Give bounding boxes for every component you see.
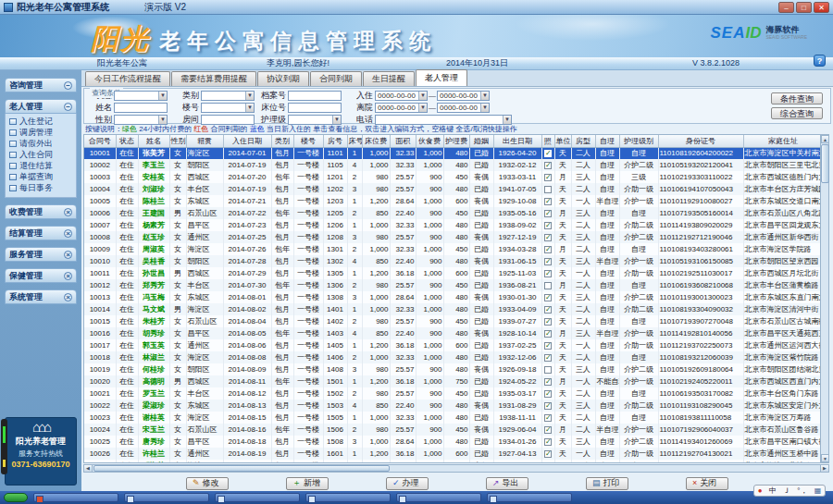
table-row[interactable]: 10012在住郑秀芳女丰台区2014-07-30包年一号楼1306298025.…: [84, 279, 820, 291]
table-row[interactable]: 10004在住刘淑珍女丰台区2014-07-19包月一号楼1202398025.…: [84, 183, 820, 195]
query-select[interactable]: ▼: [201, 91, 255, 101]
vertical-scrollbar[interactable]: ▲ ▼: [820, 135, 828, 462]
scroll-left-arrow-icon[interactable]: ◀: [84, 465, 93, 472]
close-button[interactable]: ×关闭: [686, 477, 728, 490]
query-select[interactable]: ▼: [288, 115, 342, 125]
sidebar-panel-header[interactable]: 保健管理×: [5, 268, 77, 283]
photo-checkbox[interactable]: [544, 210, 552, 217]
table-row[interactable]: 10005在住陈桂兰女东城区2014-07-21包月一号楼120311,2002…: [84, 195, 820, 207]
ime-toolbar[interactable]: ●中Ｊ°，▦: [753, 485, 826, 497]
table-row[interactable]: 10021在住罗玉兰女丰台区2014-08-12包月一号楼1502298025.…: [84, 387, 820, 400]
photo-checkbox[interactable]: [544, 318, 552, 326]
table-row[interactable]: 10027在住邓淑芳女海淀区2014-08-20包月一号楼160221,0003…: [84, 460, 820, 462]
column-header[interactable]: 籍贯: [186, 135, 223, 147]
photo-checkbox[interactable]: [544, 342, 552, 350]
table-row[interactable]: 10026在住许桂兰女通州区2014-08-19包月一号楼160111,2003…: [84, 448, 820, 460]
chevron-down-icon[interactable]: ▼: [503, 116, 511, 124]
column-header[interactable]: 合同号: [84, 135, 116, 147]
column-header[interactable]: 性别: [169, 135, 186, 147]
photo-checkbox[interactable]: [544, 402, 552, 410]
query-input[interactable]: [288, 103, 342, 113]
table-row[interactable]: 10013在住冯玉梅女东城区2014-08-01包月一号楼130831,0002…: [84, 291, 820, 303]
table-row[interactable]: 10025在住唐秀珍女昌平区2014-08-18包月一号楼150831,0002…: [84, 436, 820, 448]
table-cell[interactable]: [541, 363, 554, 375]
table-cell[interactable]: [541, 351, 554, 363]
query-input[interactable]: [201, 115, 255, 125]
table-row[interactable]: 10022在住梁淑珍女东城区2014-08-13包月一号楼1503485022.…: [84, 400, 820, 412]
ime-glyph[interactable]: 中: [769, 486, 777, 496]
table-row[interactable]: 10007在住杨素芳女昌平区2014-07-23包月一号楼120611,0003…: [84, 219, 820, 231]
photo-checkbox[interactable]: [544, 294, 552, 301]
table-row[interactable]: 10011在住孙世昌男西城区2014-07-29包月一号楼130511,2003…: [84, 267, 820, 279]
photo-checkbox[interactable]: [544, 198, 552, 205]
export-button[interactable]: ↗导出: [486, 477, 528, 490]
table-row[interactable]: 10024在住宋玉兰女石景山区2014-08-16包年一号楼1506298025…: [84, 424, 820, 436]
table-cell[interactable]: [541, 183, 554, 195]
query-select[interactable]: ▼: [114, 115, 168, 125]
photo-checkbox[interactable]: [544, 426, 552, 434]
table-cell[interactable]: [541, 387, 554, 400]
photo-checkbox[interactable]: [544, 258, 552, 265]
photo-checkbox[interactable]: [544, 306, 552, 313]
date-to-input[interactable]: 0000-00-00▼: [437, 103, 490, 113]
table-cell[interactable]: [541, 412, 554, 424]
column-header[interactable]: 状态: [116, 135, 138, 147]
column-header[interactable]: 房型: [571, 135, 595, 147]
query-select[interactable]: ▼: [201, 103, 255, 113]
help-button[interactable]: ?: [814, 55, 826, 67]
photo-checkbox[interactable]: [544, 366, 552, 374]
column-header[interactable]: 家庭住址: [743, 135, 820, 147]
sidebar-item[interactable]: 每日事务: [9, 183, 74, 193]
chevron-down-icon[interactable]: ▼: [480, 104, 489, 112]
table-cell[interactable]: [541, 243, 554, 255]
table-row[interactable]: 10009在住周淑英女海淀区2014-07-26包年一号楼130121,0003…: [84, 243, 820, 255]
table-cell[interactable]: [541, 159, 554, 171]
table-row[interactable]: 10018在住林淑兰女海淀区2014-08-08包月一号楼140621,0003…: [84, 351, 820, 363]
table-row[interactable]: 10010在住吴桂香女朝阳区2014-07-28包月一号楼1302485022.…: [84, 255, 820, 267]
date-from-input[interactable]: 0000-00-00▼: [375, 91, 428, 101]
photo-checkbox[interactable]: [544, 438, 552, 446]
horizontal-scroll-thumb[interactable]: [93, 465, 390, 472]
horizontal-scrollbar[interactable]: ◀ ▶: [83, 464, 829, 473]
taskbar-window-button[interactable]: [124, 493, 209, 502]
table-row[interactable]: 10008在住赵玉珍女通州区2014-07-25包月一号楼1208398025.…: [84, 231, 820, 243]
sidebar-panel-header[interactable]: 服务管理×: [5, 247, 77, 262]
chevron-down-icon[interactable]: ▼: [418, 92, 427, 100]
collapse-icon[interactable]: −: [64, 103, 72, 111]
table-cell[interactable]: [541, 195, 554, 207]
photo-checkbox[interactable]: [544, 234, 552, 241]
tab-1[interactable]: 今日工作流程提醒: [85, 71, 170, 86]
query-input[interactable]: [288, 91, 342, 101]
minimize-button[interactable]: –: [778, 2, 794, 13]
column-header[interactable]: 床位费: [362, 135, 390, 147]
chevron-down-icon[interactable]: ▼: [480, 92, 489, 100]
table-row[interactable]: 10006在住王建国男石景山区2014-07-22包年一号楼1205285022…: [84, 207, 820, 219]
taskbar-window-button[interactable]: [33, 493, 118, 502]
table-cell[interactable]: [541, 436, 554, 448]
scroll-up-arrow-icon[interactable]: ▲: [821, 135, 829, 143]
edit-button[interactable]: ✎修改: [186, 477, 229, 490]
table-cell[interactable]: [541, 339, 554, 351]
ime-glyph[interactable]: °，: [797, 486, 807, 496]
chevron-down-icon[interactable]: ▼: [245, 104, 254, 112]
table-row[interactable]: 10019在住何桂珍女朝阳区2014-08-09包月一号楼1408398025.…: [84, 363, 820, 375]
maximize-button[interactable]: □: [796, 2, 812, 13]
expand-icon[interactable]: ×: [64, 293, 72, 301]
column-header[interactable]: 护理级别: [619, 135, 658, 147]
add-button[interactable]: ＋新增: [286, 477, 329, 490]
taskbar-window-button[interactable]: [215, 493, 300, 502]
tab-3[interactable]: 协议到期: [257, 71, 309, 86]
photo-checkbox[interactable]: [544, 246, 552, 253]
date-from-input[interactable]: 0000-00-00▼: [375, 103, 428, 113]
table-cell[interactable]: [541, 448, 554, 460]
date-to-input[interactable]: 0000-00-00▼: [437, 91, 490, 101]
table-row[interactable]: 10014在住马文斌男海淀区2014-08-02包月一号楼140111,0003…: [84, 303, 820, 315]
table-row[interactable]: 10015在住朱桂芳女石景山区2014-08-04包月一号楼1402298025…: [84, 315, 820, 327]
print-button[interactable]: ▤打印: [586, 477, 628, 490]
table-row[interactable]: 10001在住张美芳女海淀区2014-07-01包月一号楼110111,0003…: [84, 147, 820, 159]
photo-checkbox[interactable]: [544, 450, 552, 458]
column-header[interactable]: 房号: [323, 135, 347, 147]
taskbar-window-button[interactable]: [396, 493, 481, 502]
sidebar-panel-header[interactable]: 系统管理×: [5, 289, 77, 304]
column-header[interactable]: 入住日期: [223, 135, 271, 147]
